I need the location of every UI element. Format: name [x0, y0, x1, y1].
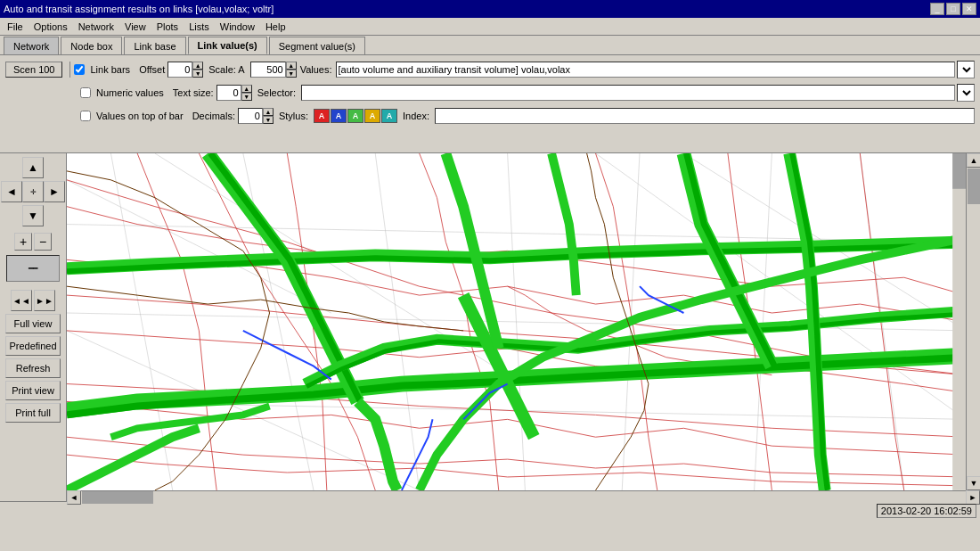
- scale-spinner-buttons: ▲ ▼: [286, 62, 297, 78]
- print-full-button[interactable]: Print full: [5, 403, 61, 423]
- print-view-button[interactable]: Print view: [5, 381, 61, 400]
- scale-up-btn[interactable]: ▲: [286, 62, 297, 70]
- title-bar: Auto and transit assignment results on l…: [0, 0, 980, 18]
- scale-label: Scale: A: [208, 64, 244, 75]
- zoom-out-button[interactable]: −: [34, 233, 52, 251]
- menu-network[interactable]: Network: [73, 20, 119, 34]
- index-input[interactable]: [435, 108, 975, 124]
- menu-options[interactable]: Options: [29, 20, 73, 34]
- full-view-button[interactable]: Full view: [5, 314, 61, 333]
- stylus-swatch-0[interactable]: A: [314, 109, 330, 123]
- decimals-down-btn[interactable]: ▼: [263, 116, 274, 124]
- values-on-top-label: Values on top of bar: [96, 111, 184, 121]
- tab-network[interactable]: Network: [4, 37, 59, 54]
- offset-spinner-buttons: ▲ ▼: [192, 62, 203, 78]
- tab-link-values[interactable]: Link value(s): [188, 37, 267, 54]
- offset-up-btn[interactable]: ▲: [192, 62, 203, 70]
- nav-extra-row: ◄◄ ►►: [11, 290, 55, 311]
- menu-plots[interactable]: Plots: [151, 20, 184, 34]
- tab-bar: Network Node box Link base Link value(s)…: [0, 36, 980, 55]
- minimize-button[interactable]: _: [930, 3, 944, 15]
- offset-down-btn[interactable]: ▼: [192, 70, 203, 78]
- scale-down-btn[interactable]: ▼: [286, 70, 297, 78]
- selector-dropdown[interactable]: ▼: [957, 84, 975, 102]
- sidebar: ▲ ◄ ✛ ► ▼ + − ━━ ◄◄ ►► Full view Predefi…: [0, 153, 67, 501]
- controls-panel: Scen 100 Link bars Offset ▲ ▼ Scale: A ▲…: [0, 55, 980, 153]
- step-back-button[interactable]: ◄◄: [11, 290, 32, 311]
- index-label: Index:: [403, 111, 429, 121]
- scale-input[interactable]: [250, 62, 286, 78]
- scroll-up-btn[interactable]: ▲: [967, 153, 980, 168]
- zoom-controls: + −: [14, 233, 52, 251]
- offset-input[interactable]: [167, 62, 192, 78]
- offset-spinner: ▲ ▼: [167, 62, 203, 78]
- map-svg: [67, 153, 966, 490]
- menu-bar: File Options Network View Plots Lists Wi…: [0, 18, 980, 36]
- zoom-in-button[interactable]: +: [14, 233, 32, 251]
- close-button[interactable]: ✕: [962, 3, 976, 15]
- stylus-label: Stylus:: [279, 111, 308, 121]
- decimals-spinner: ▲ ▼: [238, 108, 274, 124]
- decimals-input[interactable]: [238, 108, 263, 124]
- pan-center-button[interactable]: ✛: [22, 181, 44, 202]
- datetime-display: 2013-02-20 16:02:59: [877, 504, 976, 518]
- hscroll-left-btn[interactable]: ◄: [67, 490, 81, 505]
- numeric-values-label: Numeric values: [96, 87, 164, 98]
- values-on-top-checkbox[interactable]: [80, 111, 91, 121]
- menu-view[interactable]: View: [119, 20, 151, 34]
- scale-spinner: ▲ ▼: [250, 62, 297, 78]
- text-size-down-btn[interactable]: ▼: [241, 93, 252, 101]
- decimals-up-btn[interactable]: ▲: [263, 108, 274, 116]
- link-bars-label: Link bars: [90, 64, 130, 75]
- main-layout: ▲ ◄ ✛ ► ▼ + − ━━ ◄◄ ►► Full view Predefi…: [0, 153, 980, 501]
- maximize-button[interactable]: □: [946, 3, 960, 15]
- stylus-swatch-4[interactable]: A: [381, 109, 397, 123]
- stylus-swatch-2[interactable]: A: [347, 109, 363, 123]
- pan-up-button[interactable]: ▲: [22, 157, 44, 178]
- window-title: Auto and transit assignment results on l…: [4, 4, 274, 14]
- v-scrollbar[interactable]: ▲ ▼: [966, 153, 980, 490]
- predefined-button[interactable]: Predefined: [5, 336, 61, 356]
- numeric-values-checkbox[interactable]: [80, 87, 91, 98]
- tab-link-base[interactable]: Link base: [124, 37, 185, 54]
- stylus-swatch-3[interactable]: A: [364, 109, 380, 123]
- pan-left-button[interactable]: ◄: [1, 181, 22, 202]
- text-size-spinner: ▲ ▼: [216, 85, 252, 101]
- refresh-button[interactable]: Refresh: [5, 358, 61, 378]
- scenario-box: Scen 100: [5, 62, 62, 78]
- nav-up-row: ▲: [22, 157, 44, 178]
- pan-right-button[interactable]: ►: [44, 181, 65, 202]
- step-fwd-button[interactable]: ►►: [34, 290, 55, 311]
- nav-mid-row: ◄ ✛ ►: [1, 181, 65, 202]
- map-row: ▲ ▼: [67, 153, 980, 490]
- stylus-swatch-1[interactable]: A: [331, 109, 347, 123]
- selector-input[interactable]: [301, 85, 955, 101]
- values-dropdown[interactable]: ▼: [957, 61, 975, 78]
- tab-node-box[interactable]: Node box: [61, 37, 122, 54]
- text-size-up-btn[interactable]: ▲: [241, 85, 252, 93]
- scroll-thumb[interactable]: [968, 169, 980, 204]
- link-bars-checkbox[interactable]: [74, 64, 85, 75]
- map-container[interactable]: [67, 153, 966, 490]
- zoom-slider[interactable]: ━━: [6, 255, 60, 282]
- text-size-label: Text size:: [173, 87, 214, 98]
- menu-lists[interactable]: Lists: [184, 20, 215, 34]
- pan-down-button[interactable]: ▼: [22, 205, 44, 226]
- sidebar-buttons: ◄◄ ►► Full view Predefined Refresh Print…: [2, 290, 64, 423]
- hscroll-thumb[interactable]: [82, 491, 153, 504]
- h-scrollbar[interactable]: ◄ ►: [67, 490, 980, 505]
- stylus-group: A A A A A: [314, 109, 397, 123]
- menu-help[interactable]: Help: [260, 20, 291, 34]
- zoom-icon: ━━: [29, 264, 37, 273]
- selector-label: Selector:: [257, 87, 296, 98]
- tab-segment-values[interactable]: Segment value(s): [269, 37, 365, 54]
- text-size-input[interactable]: [216, 85, 241, 101]
- values-input[interactable]: [336, 62, 955, 78]
- decimals-label: Decimals:: [192, 111, 235, 121]
- title-bar-controls: _ □ ✕: [930, 3, 976, 15]
- scroll-down-btn[interactable]: ▼: [967, 476, 980, 490]
- text-size-spinner-buttons: ▲ ▼: [241, 85, 252, 101]
- offset-label: Offset: [139, 64, 165, 75]
- menu-window[interactable]: Window: [215, 20, 260, 34]
- menu-file[interactable]: File: [2, 20, 29, 34]
